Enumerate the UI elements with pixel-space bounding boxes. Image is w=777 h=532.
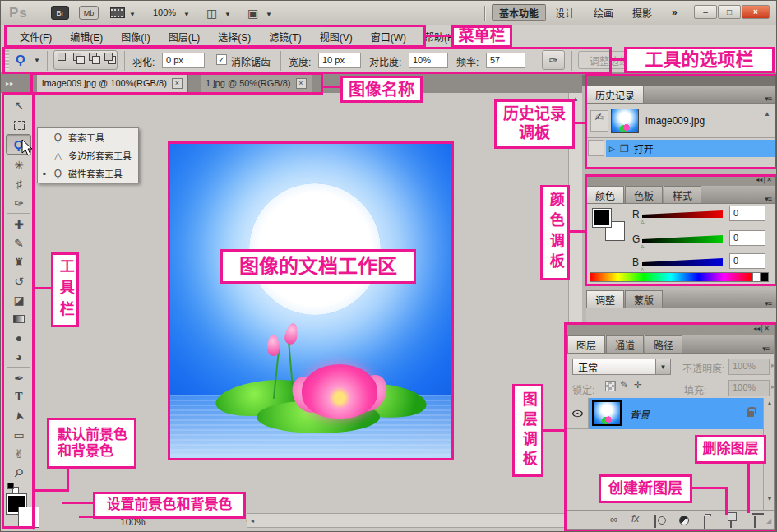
filmstrip-caret-icon[interactable]: ▼: [129, 11, 136, 18]
blur-tool[interactable]: ●: [8, 329, 30, 347]
blue-value-input[interactable]: 0: [729, 253, 765, 269]
close-button[interactable]: ×: [742, 5, 770, 19]
fill-spinner-icon[interactable]: ▸: [771, 382, 775, 391]
adjustment-layer-icon[interactable]: [679, 516, 689, 525]
spectrum-black-cell[interactable]: [761, 272, 769, 282]
bridge-button[interactable]: Br: [51, 6, 69, 20]
document-tab-inactive[interactable]: 1.jpg @ 50%(RGB/8) ×: [201, 73, 312, 93]
clone-stamp-tool[interactable]: ♜: [8, 253, 30, 271]
snapshot-name[interactable]: image009.jpg: [645, 115, 705, 127]
red-slider-marker[interactable]: ▵: [641, 217, 645, 225]
new-layer-icon[interactable]: [730, 515, 732, 528]
tab-close-icon[interactable]: ×: [172, 78, 183, 89]
menu-file[interactable]: 文件(F): [11, 30, 61, 44]
brush-tool[interactable]: ✎: [8, 234, 30, 252]
gradient-tool[interactable]: [8, 310, 30, 328]
minibridge-button[interactable]: Mb: [79, 6, 99, 20]
move-tool[interactable]: ↖: [8, 96, 30, 114]
flyout-item-polygonal-lasso[interactable]: △ 多边形套索工具: [38, 146, 138, 164]
resize-grip-icon[interactable]: ◢: [766, 517, 771, 525]
magic-wand-tool[interactable]: ✳: [8, 156, 30, 174]
background-layer-row[interactable]: 背景: [589, 398, 763, 429]
layer-visibility-cell[interactable]: ⊙: [567, 398, 589, 429]
workspace-more-chevron[interactable]: »: [665, 4, 684, 21]
tab-swatches[interactable]: 色板: [625, 186, 663, 203]
rectangle-tool[interactable]: ▭: [8, 426, 30, 444]
options-gripper[interactable]: [3, 50, 9, 70]
flyout-item-lasso[interactable]: Ϙ 套索工具: [38, 128, 138, 146]
tab-channels[interactable]: 通道: [606, 335, 644, 353]
menu-view[interactable]: 视图(V): [311, 30, 362, 44]
antialias-checkbox[interactable]: ✓: [216, 54, 227, 65]
new-selection-icon[interactable]: [58, 53, 72, 66]
zoom-caret-icon[interactable]: ▼: [183, 11, 190, 18]
document-tab-active[interactable]: image009.jpg @ 100%(RGB/8) ×: [37, 73, 188, 93]
frequency-input[interactable]: 57: [486, 53, 525, 68]
arrange-documents-icon[interactable]: ◫: [206, 7, 217, 20]
menu-edit[interactable]: 编辑(E): [61, 30, 112, 44]
panel-collapse-close-icons[interactable]: ◂◂│✕: [756, 176, 772, 183]
zoom-level-dropdown[interactable]: 100%: [153, 7, 176, 17]
scroll-up-icon[interactable]: ▲: [764, 110, 770, 118]
delete-layer-icon[interactable]: [754, 516, 756, 528]
tab-styles[interactable]: 样式: [664, 186, 701, 203]
new-group-icon[interactable]: [704, 516, 705, 529]
background-color-swatch[interactable]: [19, 507, 39, 527]
default-colors-icon[interactable]: [7, 483, 21, 494]
color-spectrum-ramp[interactable]: [590, 272, 752, 282]
tab-adjustments[interactable]: 调整: [586, 290, 624, 308]
spectrum-white-cell[interactable]: [752, 272, 761, 282]
type-tool[interactable]: T: [8, 388, 30, 406]
red-slider[interactable]: [642, 210, 723, 218]
green-slider-marker[interactable]: ▵: [641, 242, 645, 250]
eraser-tool[interactable]: ◪: [8, 291, 30, 309]
panel-collapse-close-icons[interactable]: ◂◂│✕: [753, 325, 770, 332]
spot-healing-brush-tool[interactable]: ✚: [8, 215, 30, 234]
screen-mode-icon[interactable]: ▣: [247, 7, 258, 20]
crop-tool[interactable]: ♯: [8, 175, 30, 193]
tablet-pressure-icon[interactable]: ✑: [542, 50, 565, 70]
expand-triangle-icon[interactable]: ▷: [606, 145, 615, 153]
workspace-tab-painting[interactable]: 绘画: [587, 4, 620, 21]
history-state-checkbox[interactable]: [588, 140, 604, 156]
menu-image[interactable]: 图像(I): [112, 30, 159, 44]
scroll-down-icon[interactable]: ▼: [766, 495, 773, 502]
layer-thumbnail[interactable]: [592, 400, 622, 426]
feather-input[interactable]: 0 px: [162, 53, 205, 68]
tab-paths[interactable]: 路径: [645, 335, 682, 353]
width-input[interactable]: 10 px: [318, 53, 361, 68]
pen-tool[interactable]: ✒: [8, 369, 30, 387]
blue-slider[interactable]: [642, 258, 723, 266]
tab-history[interactable]: 历史记录: [586, 86, 644, 103]
eyedropper-tool[interactable]: ✑: [8, 194, 30, 212]
horizontal-scrollbar[interactable]: ◂: [247, 513, 566, 528]
foreground-color-swatch[interactable]: [593, 209, 611, 227]
panel-menu-icon[interactable]: ▾≡: [765, 299, 776, 308]
path-selection-tool[interactable]: ➤: [7, 404, 30, 429]
lock-image-icon[interactable]: ✎: [620, 379, 628, 391]
green-value-input[interactable]: 0: [729, 230, 765, 246]
add-selection-icon[interactable]: [73, 53, 87, 66]
blend-mode-caret-icon[interactable]: ▼: [656, 359, 671, 375]
tab-color[interactable]: 颜色: [586, 186, 624, 203]
workspace-tab-design[interactable]: 设计: [548, 4, 581, 21]
flyout-item-magnetic-lasso[interactable]: ■ Ϙ 磁性套索工具: [38, 164, 138, 183]
history-brush-source-icon[interactable]: ✍: [590, 110, 608, 132]
scroll-up-icon[interactable]: ▲: [766, 400, 773, 407]
workspace-tab-photography[interactable]: 摄影: [626, 4, 659, 21]
dodge-tool[interactable]: ◕: [8, 348, 30, 366]
menu-select[interactable]: 选择(S): [209, 30, 260, 44]
dock-collapse-icon[interactable]: ▸▸: [6, 80, 14, 87]
history-state-open[interactable]: ▷ ❐ 打开: [606, 140, 776, 157]
tab-close-icon[interactable]: ×: [296, 78, 307, 89]
workspace-tab-essentials[interactable]: 基本功能: [492, 4, 546, 21]
layer-style-icon[interactable]: fx: [631, 513, 639, 525]
opacity-spinner-icon[interactable]: ▸: [771, 361, 775, 369]
opacity-value[interactable]: 100%: [728, 359, 770, 375]
arrange-caret-icon[interactable]: ▼: [224, 11, 231, 18]
maximize-button[interactable]: □: [718, 5, 741, 19]
snapshot-thumbnail[interactable]: [611, 109, 639, 133]
lasso-preset-icon[interactable]: Ϙ: [16, 52, 25, 66]
panel-menu-icon[interactable]: ▾≡: [765, 95, 776, 103]
subtract-selection-icon[interactable]: [89, 53, 103, 66]
